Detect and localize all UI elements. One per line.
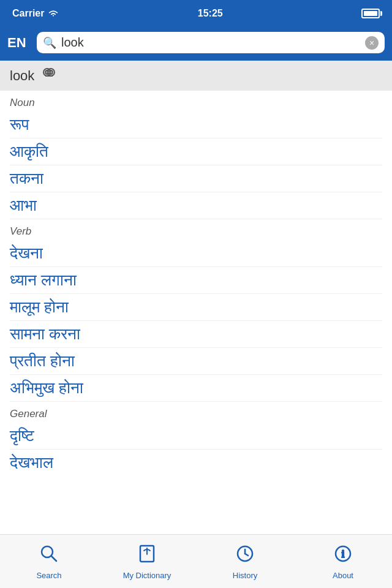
- tab-history-label: History: [233, 571, 257, 580]
- list-item[interactable]: अभिमुख होना: [10, 375, 382, 402]
- word-header: look: [0, 61, 392, 91]
- tab-about[interactable]: i About: [294, 537, 392, 586]
- tab-search-label: Search: [36, 571, 61, 580]
- list-item[interactable]: रूप: [10, 111, 382, 138]
- status-bar: Carrier 15:25: [0, 0, 392, 27]
- list-item[interactable]: प्रतीत होना: [10, 348, 382, 375]
- dictionary-content: NounरूपआकृतितकनाआभाVerbदेखनाध्यान लगानाम…: [0, 91, 392, 530]
- history-tab-icon: [235, 543, 255, 568]
- tab-bar: Search My Dictionary History i: [0, 534, 392, 588]
- search-input[interactable]: [61, 36, 360, 50]
- tab-my-dictionary-label: My Dictionary: [123, 571, 172, 580]
- list-item[interactable]: देखभाल: [10, 450, 382, 476]
- carrier-area: Carrier: [12, 8, 59, 19]
- audio-icon[interactable]: [42, 67, 56, 85]
- svg-line-6: [51, 556, 56, 561]
- svg-text:i: i: [342, 549, 345, 559]
- list-item[interactable]: देखना: [10, 240, 382, 267]
- search-bar: 🔍 ×: [37, 32, 385, 53]
- pos-label: Noun: [10, 91, 382, 111]
- search-header: EN 🔍 ×: [0, 27, 392, 61]
- search-icon: 🔍: [43, 36, 56, 50]
- tab-my-dictionary[interactable]: My Dictionary: [98, 537, 196, 586]
- list-item[interactable]: दृष्टि: [10, 423, 382, 450]
- language-label: EN: [7, 35, 29, 51]
- about-tab-icon: i: [333, 543, 353, 568]
- pos-label: Verb: [10, 219, 382, 240]
- tab-about-label: About: [333, 571, 353, 580]
- list-item[interactable]: ध्यान लगाना: [10, 267, 382, 294]
- list-item[interactable]: तकना: [10, 165, 382, 192]
- pos-label: General: [10, 402, 382, 423]
- word-title: look: [10, 68, 34, 84]
- battery-icon: [361, 9, 380, 18]
- time-label: 15:25: [198, 8, 223, 19]
- carrier-label: Carrier: [12, 8, 44, 19]
- my-dictionary-tab-icon: [137, 543, 157, 568]
- list-item[interactable]: आकृति: [10, 138, 382, 165]
- tab-history[interactable]: History: [196, 537, 294, 586]
- clear-button[interactable]: ×: [365, 36, 379, 50]
- wifi-icon: [48, 9, 59, 18]
- tab-search[interactable]: Search: [0, 537, 98, 586]
- list-item[interactable]: सामना करना: [10, 321, 382, 348]
- svg-line-11: [245, 554, 248, 556]
- search-tab-icon: [39, 543, 59, 568]
- list-item[interactable]: आभा: [10, 192, 382, 219]
- list-item[interactable]: मालूम होना: [10, 294, 382, 321]
